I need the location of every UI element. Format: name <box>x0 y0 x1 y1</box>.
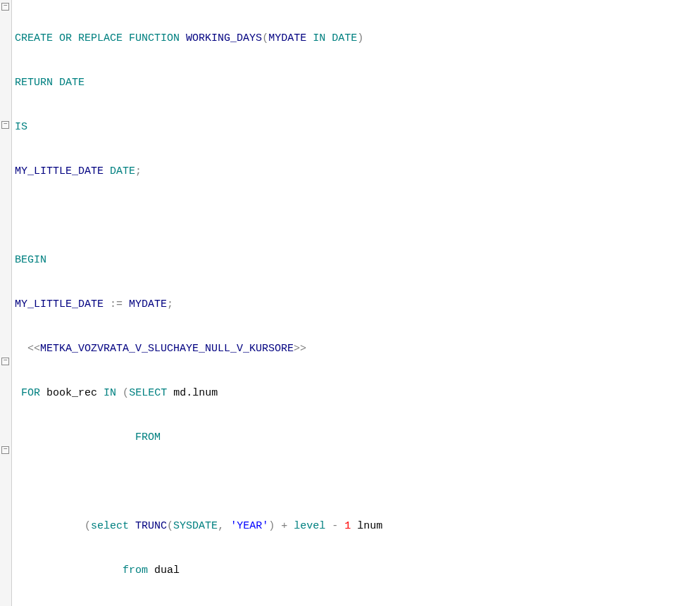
code-line[interactable]: (select TRUNC(SYSDATE, 'YEAR') + level -… <box>15 519 700 534</box>
code-line[interactable]: MY_LITTLE_DATE := MYDATE; <box>15 297 700 312</box>
code-line[interactable]: from dual <box>15 563 700 578</box>
code-line[interactable] <box>15 474 700 489</box>
code-line[interactable]: BEGIN <box>15 253 700 267</box>
code-line[interactable]: MY_LITTLE_DATE DATE; <box>15 164 700 179</box>
code-line[interactable]: <<METKA_VOZVRATA_V_SLUCHAYE_NULL_V_KURSO… <box>15 341 700 356</box>
code-line[interactable] <box>15 208 700 223</box>
fold-marker-icon[interactable] <box>1 358 9 365</box>
fold-marker-icon[interactable] <box>1 121 9 129</box>
code-line[interactable]: IS <box>15 120 700 134</box>
code-line[interactable]: FOR book_rec IN (SELECT md.lnum <box>15 386 700 400</box>
code-line[interactable]: RETURN DATE <box>15 75 700 90</box>
code-editor[interactable]: CREATE OR REPLACE FUNCTION WORKING_DAYS(… <box>0 0 700 606</box>
code-line[interactable]: FROM <box>15 430 700 445</box>
code-area[interactable]: CREATE OR REPLACE FUNCTION WORKING_DAYS(… <box>12 0 700 606</box>
code-line[interactable]: CREATE OR REPLACE FUNCTION WORKING_DAYS(… <box>15 31 700 46</box>
fold-marker-icon[interactable] <box>1 446 9 454</box>
fold-gutter <box>0 0 12 606</box>
fold-marker-icon[interactable] <box>1 3 9 11</box>
